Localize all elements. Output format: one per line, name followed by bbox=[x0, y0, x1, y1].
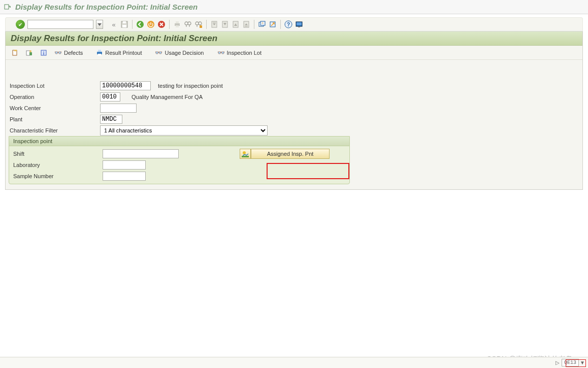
cancel-icon[interactable] bbox=[157, 20, 166, 29]
svg-rect-27 bbox=[14, 50, 17, 51]
inspection-lot-label: Inspection Lot bbox=[9, 83, 100, 89]
toolbar-icon-1[interactable] bbox=[9, 48, 22, 58]
shift-label: Shift bbox=[12, 151, 103, 157]
sample-number-field[interactable] bbox=[103, 172, 146, 181]
plant-field[interactable] bbox=[100, 115, 122, 124]
command-dropdown[interactable] bbox=[96, 20, 103, 29]
defects-button[interactable]: 👓 Defects bbox=[51, 48, 86, 58]
inspection-point-groupbox: Inspection point Shift Assigned Insp. Pn… bbox=[9, 136, 350, 184]
operation-label: Operation bbox=[9, 94, 100, 100]
application-toolbar: i 👓 Defects Result Printout 👓 Usage Deci… bbox=[6, 46, 582, 60]
layout-icon[interactable] bbox=[295, 20, 304, 29]
page-container: Display Results for Inspection Point: In… bbox=[5, 31, 583, 190]
svg-rect-34 bbox=[98, 50, 101, 52]
groupbox-title: Inspection point bbox=[9, 137, 349, 146]
tcode-display: QE13 bbox=[562, 359, 579, 366]
menu-icon[interactable] bbox=[3, 3, 12, 12]
svg-point-4 bbox=[137, 21, 144, 28]
work-center-field[interactable] bbox=[100, 104, 137, 113]
char-filter-select[interactable]: 1 All characteristics bbox=[100, 125, 268, 136]
work-center-label: Work Center bbox=[9, 105, 100, 111]
new-session-icon[interactable]: + bbox=[257, 20, 267, 29]
collapse-icon[interactable]: « bbox=[109, 20, 118, 29]
svg-rect-9 bbox=[176, 25, 179, 27]
find-next-icon[interactable] bbox=[194, 20, 203, 29]
assigned-insp-pnt-button[interactable]: Assigned Insp. Pnt bbox=[251, 149, 330, 159]
inspection-lot-field[interactable] bbox=[100, 81, 151, 90]
laboratory-label: Laboratory bbox=[12, 162, 103, 168]
window-title: Display Results for Inspection Point: In… bbox=[15, 3, 198, 11]
svg-text:+: + bbox=[262, 21, 264, 25]
shortcut-icon[interactable] bbox=[268, 20, 277, 29]
save-icon[interactable] bbox=[120, 20, 129, 29]
glasses-icon: 👓 bbox=[217, 49, 225, 56]
info-icon[interactable]: i bbox=[37, 48, 50, 58]
plant-label: Plant bbox=[9, 116, 100, 122]
svg-rect-24 bbox=[297, 22, 302, 25]
form-area: Inspection Lot testing for inspection po… bbox=[6, 60, 582, 187]
glasses-icon: 👓 bbox=[54, 49, 62, 56]
svg-rect-37 bbox=[242, 156, 249, 157]
find-icon[interactable] bbox=[183, 20, 192, 29]
system-toolbar: ✔ « + ? bbox=[5, 17, 583, 31]
help-icon[interactable]: ? bbox=[284, 20, 293, 29]
svg-rect-10 bbox=[200, 25, 202, 28]
result-printout-button[interactable]: Result Printout bbox=[93, 48, 145, 58]
usage-decision-button[interactable]: 👓 Usage Decision bbox=[152, 48, 207, 58]
status-bar: ▷ QE13 ▼ bbox=[0, 357, 588, 368]
svg-rect-25 bbox=[298, 26, 300, 27]
exit-icon[interactable] bbox=[146, 20, 155, 29]
svg-point-29 bbox=[29, 50, 31, 52]
toolbar-icon-2[interactable] bbox=[23, 48, 36, 58]
svg-text:i: i bbox=[43, 51, 45, 56]
shift-field[interactable] bbox=[103, 149, 179, 158]
assigned-icon[interactable] bbox=[240, 149, 251, 159]
next-page-icon[interactable] bbox=[231, 20, 240, 29]
operation-desc: Quality Management For QA bbox=[132, 94, 203, 100]
prev-page-icon[interactable] bbox=[220, 20, 230, 29]
svg-text:?: ? bbox=[287, 22, 290, 27]
inspection-lot-button[interactable]: 👓 Inspection Lot bbox=[214, 48, 265, 58]
svg-rect-3 bbox=[122, 25, 126, 27]
svg-rect-2 bbox=[123, 21, 126, 23]
first-page-icon[interactable] bbox=[210, 20, 219, 29]
char-filter-label: Characteristic Filter bbox=[9, 127, 100, 133]
inspection-lot-desc: testing for inspection point bbox=[158, 83, 223, 89]
svg-rect-28 bbox=[26, 51, 30, 55]
svg-rect-35 bbox=[98, 54, 101, 56]
command-field[interactable] bbox=[27, 20, 93, 29]
page-title: Display Results for Inspection Point: In… bbox=[11, 34, 217, 44]
last-page-icon[interactable] bbox=[242, 20, 251, 29]
print-icon[interactable] bbox=[173, 20, 182, 29]
svg-point-36 bbox=[243, 151, 246, 154]
sample-number-label: Sample Number bbox=[12, 173, 103, 179]
laboratory-field[interactable] bbox=[103, 160, 146, 170]
enter-button[interactable]: ✔ bbox=[16, 20, 25, 29]
page-header: Display Results for Inspection Point: In… bbox=[6, 31, 582, 46]
svg-rect-8 bbox=[176, 21, 179, 23]
operation-field[interactable] bbox=[100, 92, 120, 102]
back-icon[interactable] bbox=[136, 20, 145, 29]
svg-rect-0 bbox=[5, 5, 9, 9]
svg-rect-30 bbox=[29, 52, 32, 55]
window-title-bar: Display Results for Inspection Point: In… bbox=[0, 0, 588, 14]
glasses-icon: 👓 bbox=[155, 49, 162, 56]
